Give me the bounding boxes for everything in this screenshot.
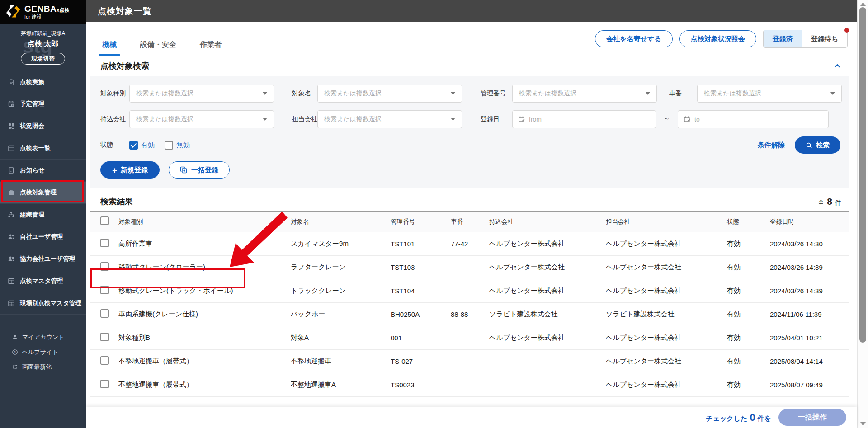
briefcase-icon (8, 189, 15, 196)
filter-select-担当会社[interactable]: 検索または複数選択 (317, 110, 462, 128)
select-all-checkbox[interactable] (100, 216, 109, 225)
bottom-action-bar: チェックした 0 件を 一括操作 (86, 407, 857, 428)
target-status-inquiry-button[interactable]: 点検対象状況照会 (679, 30, 756, 47)
cell-code: TST103 (391, 263, 451, 271)
sidebar: GENBAx点検 for 建設 stg 茅場町駅前_現場A 点検 太郎 現場切替… (0, 0, 86, 428)
table-row[interactable]: 車両系建機(クレーン仕様)バックホーBH0250A88-88ソラビト建設株式会社… (90, 303, 849, 326)
titlebar: 点検対象一覧 (86, 0, 857, 22)
column-header-対象名: 対象名 (291, 218, 391, 226)
cell-name: トラッククレーン (291, 287, 391, 295)
registered-segment[interactable]: 登録済 (764, 30, 802, 47)
row-checkbox[interactable] (100, 262, 109, 271)
date-to-input[interactable]: to (678, 110, 829, 128)
scrollbar-thumb[interactable] (859, 7, 866, 343)
status-grid-icon (8, 122, 15, 130)
user-name: 点検 太郎 (3, 39, 83, 49)
sidebar-item-sheet-list[interactable]: 点検表一覧 (0, 137, 86, 160)
page-title: 点検対象一覧 (98, 5, 152, 17)
column-header-持込会社: 持込会社 (489, 218, 606, 226)
cell-code: TS0023 (391, 381, 451, 389)
table-row[interactable]: 高所作業車スカイマスター9mTST10177-42ヘルプセンター株式会社ヘルプセ… (90, 232, 849, 256)
cell-date: 2024/03/26 14:39 (770, 263, 841, 271)
filter-select-対象種別[interactable]: 検索または複数選択 (129, 85, 274, 103)
filter-select-持込会社[interactable]: 検索または複数選択 (129, 110, 274, 128)
cell-type: 不整地運搬車（履帯式） (118, 381, 291, 389)
date-from-input[interactable]: from (512, 110, 656, 128)
sidebar-item-partner-user-manage[interactable]: 協力会社ユーザ管理 (0, 248, 86, 270)
sidebar-item-notice[interactable]: お知らせ (0, 160, 86, 182)
filter-label: 管理番号 (481, 89, 512, 98)
sidebar-item-org-manage[interactable]: 組織管理 (0, 204, 86, 226)
total-count: 全 8 件 (818, 196, 841, 207)
tab-設備・安全[interactable]: 設備・安全 (138, 40, 178, 56)
sidebar-footer-item-my-account[interactable]: マイアカウント (0, 329, 86, 344)
register-filter-toggle: 登録済 登録待ち (763, 30, 848, 48)
sidebar-footer-item-help-site[interactable]: ? ヘルプサイト (0, 344, 86, 359)
row-checkbox[interactable] (100, 380, 109, 388)
sidebar-item-target-manage[interactable]: 点検対象管理 (0, 182, 86, 204)
filter-row-1: 対象種別 検索または複数選択 対象名 検索または複数選択 管理番号 検索または複… (100, 85, 841, 103)
cell-charge: ヘルプセンター株式会社 (606, 334, 727, 342)
cell-charge: ヘルプセンター株式会社 (606, 381, 727, 389)
cell-name: 不整地運搬車A (291, 381, 391, 389)
row-checkbox[interactable] (100, 309, 109, 318)
search-filter-panel: 対象種別 検索または複数選択 対象名 検索または複数選択 管理番号 検索または複… (90, 76, 849, 188)
tab-機械[interactable]: 機械 (100, 40, 118, 56)
sidebar-item-site-master-manage[interactable]: 現場別点検マスタ管理 (0, 292, 86, 315)
search-section-title: 点検対象検索 (100, 61, 149, 71)
app-logo: GENBAx点検 for 建設 (0, 0, 86, 24)
chevron-up-icon[interactable] (833, 62, 841, 70)
scroll-down-arrow-icon[interactable] (860, 422, 866, 426)
plus-icon: + (112, 166, 117, 174)
row-checkbox[interactable] (100, 356, 109, 365)
row-checkbox[interactable] (100, 239, 109, 247)
cell-type: 対象種別B (118, 334, 291, 342)
cell-date: 2024/03/26 14:39 (770, 287, 841, 295)
tab-作業者[interactable]: 作業者 (198, 40, 223, 56)
cell-date: 2025/08/04 14:14 (770, 357, 841, 365)
cell-type: 車両系建機(クレーン仕様) (118, 310, 291, 319)
table-row[interactable]: 対象種別B対象A001ヘルプセンター株式会社ヘルプセンター株式会社有効2025/… (90, 326, 849, 350)
sidebar-item-inspection-execute[interactable]: 点検実施 (0, 71, 86, 93)
status-checkbox-有効[interactable] (129, 141, 138, 150)
table-row[interactable]: 移動式クレーン(クローラー)ラフタークレーンTST103ヘルプセンター株式会社ヘ… (90, 256, 849, 279)
calendar-icon (8, 100, 15, 108)
row-checkbox[interactable] (100, 333, 109, 341)
new-register-button[interactable]: + 新規登録 (100, 161, 160, 179)
checkbox-label: 無効 (176, 141, 190, 150)
sidebar-item-schedule-manage[interactable]: 予定管理 (0, 93, 86, 115)
cell-date: 2025/04/01 10:21 (770, 334, 841, 342)
table-row[interactable]: 不整地運搬車（履帯式）不整地運搬車ATS0023ヘルプセンター株式会社有効202… (90, 373, 849, 397)
company-merge-button[interactable]: 会社を名寄せする (595, 30, 672, 47)
checkbox-label: 有効 (141, 141, 155, 150)
sidebar-item-master-manage[interactable]: 点検マスタ管理 (0, 270, 86, 292)
sidebar-item-status-inquiry[interactable]: 状況照会 (0, 115, 86, 137)
sheet-list-icon (8, 145, 15, 152)
search-button[interactable]: 検索 (795, 136, 840, 154)
bulk-register-button[interactable]: 一括登録 (169, 161, 230, 179)
scroll-up-arrow-icon[interactable] (860, 2, 866, 6)
caret-down-icon (263, 92, 267, 95)
cell-type: 移動式クレーン(クローラー) (118, 263, 291, 272)
cell-status: 有効 (727, 263, 770, 272)
logo-text-x: x点検 (57, 7, 69, 13)
person-icon (12, 334, 18, 340)
cell-vehicle: 77-42 (451, 240, 489, 248)
cell-date: 2024/03/26 14:30 (770, 240, 841, 248)
table-row[interactable]: 不整地運搬車（履帯式）不整地運搬車TS-027ヘルプセンター株式会社有効2025… (90, 350, 849, 373)
waiting-segment[interactable]: 登録待ち (802, 30, 847, 47)
table-row[interactable]: 移動式クレーン(トラック・ホイール)トラッククレーンTST104ヘルプセンター株… (90, 279, 849, 303)
filter-select-車番[interactable]: 検索または複数選択 (697, 85, 842, 103)
filter-select-対象名[interactable]: 検索または複数選択 (317, 85, 462, 103)
row-checkbox[interactable] (100, 286, 109, 294)
bulk-operation-button[interactable]: 一括操作 (778, 409, 846, 426)
sidebar-footer-item-screen-refresh[interactable]: 画面最新化 (0, 359, 86, 374)
sidebar-item-own-user-manage[interactable]: 自社ユーザ管理 (0, 226, 86, 248)
clear-conditions-link[interactable]: 条件解除 (758, 141, 785, 150)
filter-select-管理番号[interactable]: 検索または複数選択 (512, 85, 657, 103)
site-switch-button[interactable]: 現場切替 (21, 53, 65, 65)
search-icon (806, 142, 812, 149)
caret-down-icon (451, 118, 455, 121)
cell-type: 移動式クレーン(トラック・ホイール) (118, 287, 291, 295)
status-checkbox-無効[interactable] (165, 141, 173, 150)
